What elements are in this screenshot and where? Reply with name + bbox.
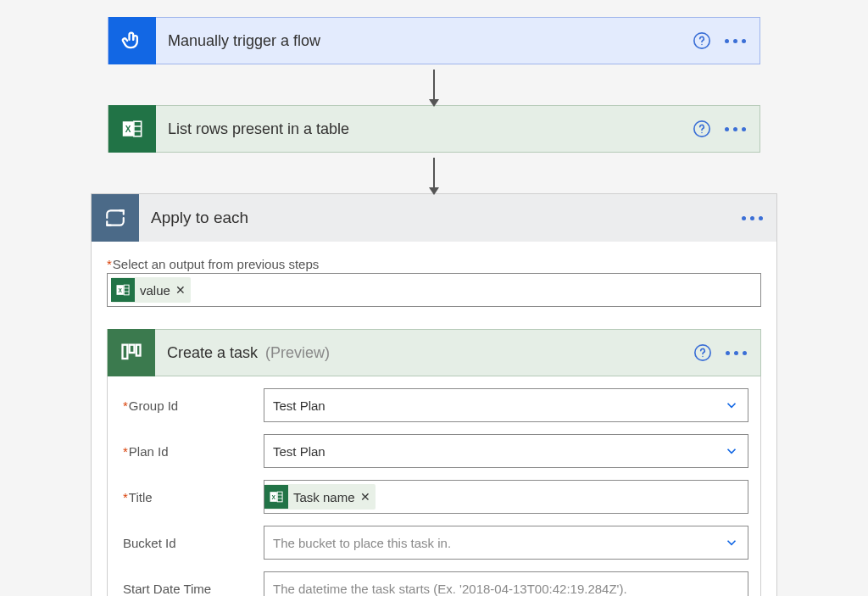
bucket-id-select[interactable]: The bucket to place this task in. [264,526,748,560]
plan-id-select[interactable]: Test Plan [264,434,748,468]
dynamic-token-value[interactable]: X value ✕ [111,277,191,303]
more-icon[interactable] [726,351,747,355]
token-remove-icon[interactable]: ✕ [360,490,370,504]
step-create-task[interactable]: Create a task (Preview) [107,329,761,376]
excel-icon: X [108,105,156,153]
step-list-rows[interactable]: X List rows present in a table [108,105,760,153]
step-title: Create a task (Preview) [155,344,693,362]
help-icon[interactable] [693,343,712,362]
select-value: Test Plan [273,398,326,413]
title-label: *Title [120,490,255,504]
svg-rect-4 [134,121,142,136]
step-title: Manually trigger a flow [156,32,693,50]
title-input[interactable]: X Task name ✕ [264,480,748,514]
step-title: List rows present in a table [156,120,693,138]
svg-point-8 [701,132,702,133]
svg-text:X: X [271,494,275,500]
svg-text:X: X [125,125,131,134]
chevron-down-icon [724,398,739,413]
group-id-select[interactable]: Test Plan [264,388,748,422]
svg-rect-21 [277,492,282,502]
more-icon[interactable] [725,127,746,131]
svg-text:X: X [118,287,122,293]
select-output-input[interactable]: X value ✕ [107,273,761,307]
group-id-label: *Group Id [120,398,255,413]
excel-icon: X [111,278,135,302]
start-date-input[interactable]: The datetime the task starts (Ex. '2018-… [264,571,748,596]
svg-point-18 [702,356,703,357]
connector-arrow [433,70,435,102]
loop-icon [92,194,139,242]
preview-tag: (Preview) [265,344,330,361]
step-title: Apply to each [139,209,742,227]
help-icon[interactable] [693,31,711,50]
more-icon[interactable] [742,216,763,220]
chevron-down-icon [724,443,739,459]
start-date-label: Start Date Time [120,582,255,596]
svg-point-1 [701,44,702,45]
bucket-id-label: Bucket Id [120,536,255,550]
touch-icon [108,17,156,64]
step-apply-to-each[interactable]: Apply to each [92,194,776,242]
chevron-down-icon [724,535,739,550]
token-label: value [140,283,170,298]
planner-icon [108,329,155,376]
svg-rect-14 [123,345,128,359]
plan-id-label: *Plan Id [120,444,255,459]
connector-arrow [433,158,435,190]
select-value: Test Plan [273,444,326,459]
more-icon[interactable] [725,39,746,43]
svg-rect-15 [130,345,135,353]
excel-icon: X [264,485,288,509]
input-placeholder: The datetime the task starts (Ex. '2018-… [273,582,627,596]
select-output-label: *Select an output from previous steps [107,257,761,271]
apply-to-each-container: Apply to each *Select an output from pre… [91,193,777,596]
create-task-body: *Group Id Test Plan *Plan Id Tes [107,376,761,596]
dynamic-token-taskname[interactable]: X Task name ✕ [264,484,376,510]
help-icon[interactable] [693,120,711,138]
svg-rect-16 [136,345,141,356]
token-remove-icon[interactable]: ✕ [175,283,186,297]
step-manually-trigger[interactable]: Manually trigger a flow [108,17,760,64]
select-placeholder: The bucket to place this task in. [273,536,451,550]
token-label: Task name [293,490,355,504]
svg-rect-11 [124,285,129,295]
